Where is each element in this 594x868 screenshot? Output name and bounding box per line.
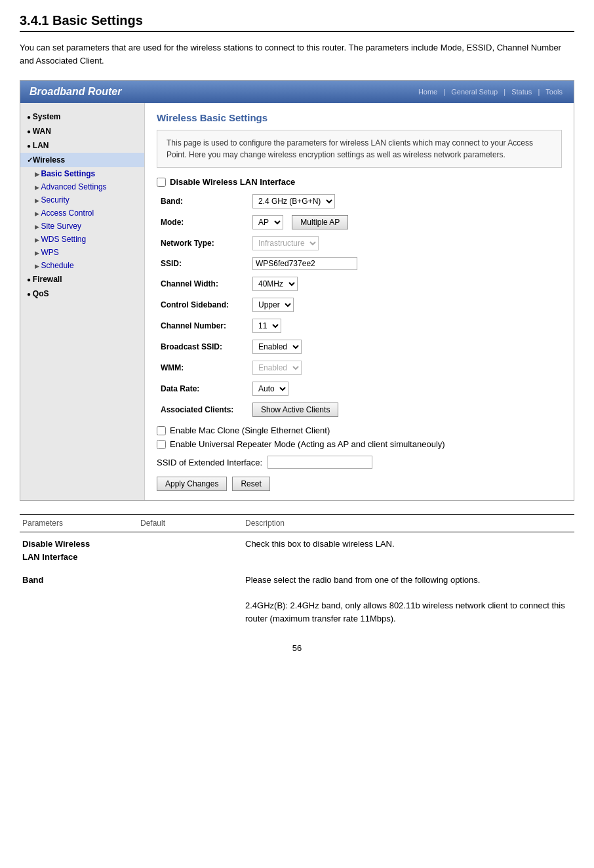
associated-clients-row: Associated Clients: Show Active Clients — [157, 399, 562, 420]
network-type-value: Infrastructure — [248, 233, 562, 254]
wmm-row: WMM: Enabled — [157, 357, 562, 378]
router-brand: Broadband Router — [30, 86, 121, 98]
router-ui: Broadband Router Home | General Setup | … — [20, 80, 574, 501]
param-band-desc: Please select the radio band from one of… — [243, 568, 574, 630]
router-header: Broadband Router Home | General Setup | … — [20, 81, 574, 103]
sidebar-item-basic-settings[interactable]: Basic Settings — [20, 167, 144, 180]
data-rate-select[interactable]: Auto — [252, 382, 288, 396]
nav-home[interactable]: Home — [418, 88, 437, 96]
col-description: Description — [243, 515, 574, 532]
reset-button[interactable]: Reset — [232, 477, 269, 491]
wmm-value: Enabled — [248, 357, 562, 378]
main-content: Wireless Basic Settings This page is use… — [145, 103, 574, 500]
sidebar-item-wds-setting[interactable]: WDS Setting — [20, 233, 144, 246]
ssid-extended-input[interactable] — [267, 456, 372, 469]
network-type-label: Network Type: — [157, 233, 248, 254]
data-rate-value: Auto — [248, 378, 562, 399]
mode-value: AP Multiple AP — [248, 212, 562, 233]
sidebar-item-lan[interactable]: LAN — [20, 138, 144, 153]
universal-repeater-checkbox[interactable] — [157, 440, 166, 449]
nav-general-setup[interactable]: General Setup — [451, 88, 498, 96]
table-row: Disable WirelessLAN Interface Check this… — [20, 532, 574, 569]
channel-width-label: Channel Width: — [157, 273, 248, 294]
mac-clone-row: Enable Mac Clone (Single Ethernet Client… — [157, 425, 562, 435]
sidebar: System WAN LAN Wireless Basic Settings A… — [20, 103, 145, 500]
band-select[interactable]: 2.4 GHz (B+G+N) — [252, 194, 335, 208]
universal-repeater-row: Enable Universal Repeater Mode (Acting a… — [157, 439, 562, 449]
nav-status[interactable]: Status — [511, 88, 532, 96]
data-rate-row: Data Rate: Auto — [157, 378, 562, 399]
control-sideband-select[interactable]: Upper — [252, 298, 294, 312]
sidebar-item-site-survey[interactable]: Site Survey — [20, 220, 144, 233]
broadcast-ssid-select[interactable]: Enabled — [252, 340, 302, 354]
data-rate-label: Data Rate: — [157, 378, 248, 399]
mac-clone-checkbox[interactable] — [157, 426, 166, 435]
param-band: Band — [22, 575, 44, 585]
broadcast-ssid-row: Broadcast SSID: Enabled — [157, 336, 562, 357]
ssid-extended-label: SSID of Extended Interface: — [157, 458, 262, 467]
sidebar-item-schedule[interactable]: Schedule — [20, 259, 144, 272]
wmm-label: WMM: — [157, 357, 248, 378]
ssid-row: SSID: — [157, 254, 562, 273]
sidebar-item-qos[interactable]: QoS — [20, 286, 144, 301]
param-disable-desc: Check this box to disable wireless LAN. — [243, 532, 574, 569]
channel-number-row: Channel Number: 11 — [157, 315, 562, 336]
band-value: 2.4 GHz (B+G+N) — [248, 191, 562, 212]
sidebar-item-wps[interactable]: WPS — [20, 246, 144, 259]
param-band-default — [138, 568, 243, 630]
disable-wireless-checkbox[interactable] — [157, 178, 166, 187]
param-disable-default — [138, 532, 243, 569]
show-active-clients-button[interactable]: Show Active Clients — [252, 403, 338, 417]
col-default: Default — [138, 515, 243, 532]
ssid-label: SSID: — [157, 254, 248, 273]
channel-width-select[interactable]: 40MHz — [252, 277, 298, 291]
form-table: Band: 2.4 GHz (B+G+N) Mode: — [157, 191, 562, 420]
nav-tools[interactable]: Tools — [545, 88, 563, 96]
mode-select[interactable]: AP — [252, 215, 283, 229]
associated-clients-label: Associated Clients: — [157, 399, 248, 420]
channel-width-value: 40MHz — [248, 273, 562, 294]
channel-number-select[interactable]: 11 — [252, 319, 281, 333]
channel-width-row: Channel Width: 40MHz — [157, 273, 562, 294]
wmm-select[interactable]: Enabled — [252, 361, 302, 375]
broadcast-ssid-value: Enabled — [248, 336, 562, 357]
disable-wireless-label: Disable Wireless LAN Interface — [170, 177, 295, 187]
channel-number-value: 11 — [248, 315, 562, 336]
network-type-select[interactable]: Infrastructure — [252, 236, 319, 250]
channel-number-label: Channel Number: — [157, 315, 248, 336]
table-row: Band Please select the radio band from o… — [20, 568, 574, 630]
apply-changes-button[interactable]: Apply Changes — [157, 477, 227, 491]
control-sideband-label: Control Sideband: — [157, 294, 248, 315]
ssid-value — [248, 254, 562, 273]
control-sideband-row: Control Sideband: Upper — [157, 294, 562, 315]
sidebar-item-system[interactable]: System — [20, 109, 144, 124]
sidebar-item-wan[interactable]: WAN — [20, 124, 144, 138]
ssid-input[interactable] — [252, 257, 357, 270]
router-nav: Home | General Setup | Status | Tools — [416, 88, 564, 96]
sidebar-item-firewall[interactable]: Firewall — [20, 272, 144, 286]
description-box: This page is used to configure the param… — [157, 130, 562, 168]
mode-label: Mode: — [157, 212, 248, 233]
col-parameters: Parameters — [20, 515, 138, 532]
sidebar-item-advanced-settings[interactable]: Advanced Settings — [20, 180, 144, 193]
disable-wireless-row: Disable Wireless LAN Interface — [157, 177, 562, 187]
mac-clone-label: Enable Mac Clone (Single Ethernet Client… — [170, 425, 330, 435]
form-buttons: Apply Changes Reset — [157, 477, 562, 491]
checkboxes-section: Enable Mac Clone (Single Ethernet Client… — [157, 425, 562, 449]
sidebar-item-security[interactable]: Security — [20, 193, 144, 207]
sidebar-item-wireless[interactable]: Wireless — [20, 153, 144, 167]
params-table-header: Parameters Default Description — [20, 515, 574, 532]
network-type-row: Network Type: Infrastructure — [157, 233, 562, 254]
page-number: 56 — [20, 643, 574, 653]
page-title: 3.4.1 Basic Settings — [20, 13, 574, 32]
band-row: Band: 2.4 GHz (B+G+N) — [157, 191, 562, 212]
ssid-extended-row: SSID of Extended Interface: — [157, 456, 562, 469]
section-title: Wireless Basic Settings — [157, 112, 562, 123]
mode-row: Mode: AP Multiple AP — [157, 212, 562, 233]
broadcast-ssid-label: Broadcast SSID: — [157, 336, 248, 357]
sidebar-item-access-control[interactable]: Access Control — [20, 207, 144, 220]
multiple-ap-button[interactable]: Multiple AP — [292, 215, 348, 229]
control-sideband-value: Upper — [248, 294, 562, 315]
router-body: System WAN LAN Wireless Basic Settings A… — [20, 103, 574, 500]
param-disable-wireless: Disable WirelessLAN Interface — [22, 539, 90, 562]
